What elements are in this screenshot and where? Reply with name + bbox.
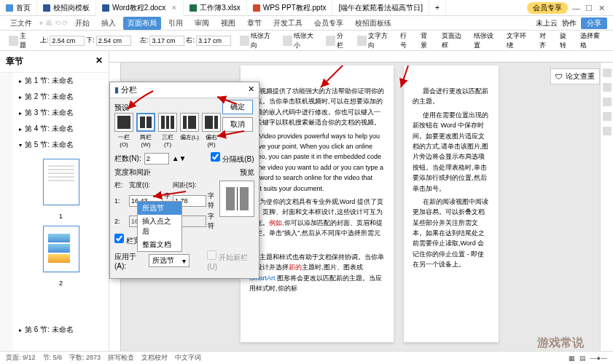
theme-icon [9,36,18,46]
orientation-icon [240,36,249,46]
apply-to-dropdown[interactable]: 所选节▾ [149,254,190,267]
status-bar: 页面: 9/12 节: 5/6 字数: 2873 拼写检查 文档校对 中文字词 … [0,351,613,364]
menu-reference[interactable]: 引用 [164,17,187,30]
tab-other[interactable]: [端午在紫苑看法福高节日] [332,0,429,16]
word-icon [43,4,50,12]
chapter-item[interactable]: 第 4 节: 未命名 [13,121,109,137]
watermark: 游戏常说 [537,336,584,351]
status-section[interactable]: 节: 5/6 [43,353,63,363]
horizontal-ruler[interactable] [109,51,613,63]
columns-preview [219,181,254,217]
zoom-slider[interactable]: —●— [590,355,607,362]
tool-icon[interactable] [603,68,612,77]
share-button[interactable]: 分享 [581,17,607,29]
chapter-item-active[interactable]: 第 5 节: 未命名 [13,137,109,153]
preset-right[interactable] [202,113,221,132]
cloud-status[interactable]: 未上云 [536,18,558,28]
synergy-button[interactable]: 协作 [562,18,577,28]
status-chinese[interactable]: 中文字词 [175,353,201,363]
chevron-down-icon: ▾ [182,257,186,265]
preset-left[interactable] [180,113,199,132]
sidebar-title: 章节 [6,55,23,68]
menu-member[interactable]: 会员专享 [310,17,348,30]
columns-dialog: ▮ 分栏 ✕ 预设 一栏(O)两栏(W)三栏(T)偏左(L)偏右(R) 确定 取… [109,82,259,279]
view-icon[interactable]: ▤ [579,355,586,362]
chapter-item[interactable]: 第 1 节: 未命名 [13,73,109,89]
columns-icon [326,36,335,46]
status-words[interactable]: 字数: 2873 [69,353,101,363]
menu-chapter[interactable]: 章节 [243,17,266,30]
layout-toolbar: 主题 上: 下: 左: 右: 纸张方向 纸张大小 分栏 文字方向 行号 背景 页… [0,31,613,51]
line-between-checkbox[interactable] [211,152,220,162]
tab-add[interactable]: + [429,0,446,16]
minimize-icon[interactable]: — [572,4,581,12]
ribbon-menu: 三文件 ▾ 🖶 ⟲ ⟳ 开始 插入 页面布局 引用 审阅 视图 章节 开发工具 … [0,16,613,31]
tool-icon[interactable] [603,83,612,92]
close-window-icon[interactable]: ✕ [598,4,607,12]
status-proof[interactable]: 文档校对 [141,353,168,363]
chapter-item[interactable]: 第 6 节: 未命名 [13,322,109,338]
dialog-close-icon[interactable]: ✕ [248,84,254,95]
margin-top-input[interactable] [50,36,85,46]
chapter-item[interactable]: 第 2 节: 未命名 [13,89,109,105]
tab-current-doc[interactable]: Word教程2.docx✕ [96,0,184,16]
tool-icon[interactable] [603,98,612,106]
menu-file[interactable]: 三文件 [6,17,36,30]
margin-bottom-input[interactable] [96,36,131,46]
menu-start[interactable]: 开始 [71,17,94,30]
preset-two[interactable] [136,113,155,132]
tool-icon[interactable] [603,112,612,121]
chapter-sidebar: 章节 ✕ 第 1 节: 未命名 第 2 节: 未命名 第 3 节: 未命名 第 … [0,51,109,355]
sidebar-close-icon[interactable]: ✕ [95,55,103,68]
equal-width-checkbox[interactable] [114,234,124,243]
dropdown-option[interactable]: 插入点之后 [138,215,181,238]
excel-icon [190,4,197,12]
text-dir-icon [357,36,367,46]
menu-page-layout[interactable]: 页面布局 [123,17,161,30]
chapter-item[interactable]: 第 3 节: 未命名 [13,105,109,121]
tool-icon[interactable] [603,127,612,135]
page-2[interactable]: 题会进行更改以匹配新的主题。 使用在需要位置出现的新按钮在 Word 中保存时间… [404,66,499,342]
menu-recruit[interactable]: 校招面板练 [351,17,396,30]
preset-three[interactable] [158,113,177,132]
margin-left-input[interactable] [149,36,184,46]
maximize-icon[interactable]: ☐ [585,4,594,12]
menu-insert[interactable]: 插入 [97,17,120,30]
tab-template[interactable]: 校招岗模板 [37,0,96,16]
menu-view[interactable]: 视图 [216,17,240,30]
tab-home[interactable]: 首页 [0,0,37,16]
columns-count-input[interactable] [144,153,169,165]
page-thumbnail[interactable] [43,226,79,272]
tab-pptx[interactable]: WPS PPT教程.pptx [247,0,333,16]
apply-to-options: 所选节 插入点之后 整篇文档 [137,201,182,252]
ok-button[interactable]: 确定 [222,100,253,114]
right-toolbar [600,63,613,355]
title-tabs: 首页 校招岗模板 Word教程2.docx✕ 工作簿3.xlsx WPS PPT… [0,0,613,16]
cancel-button[interactable]: 取消 [222,117,253,132]
tab-xlsx[interactable]: 工作簿3.xlsx [184,0,247,16]
page-1[interactable]: 视频提供了功能强大的方法帮助你证明你的观点。当你单击联机视频时,可以在想要添加的… [241,66,394,342]
status-spell[interactable]: 拼写检查 [108,353,134,363]
nav-tab-icons [0,73,13,355]
page-thumbnail[interactable] [43,159,79,205]
home-icon [6,4,13,12]
check-icon: 🛡 [555,73,563,81]
view-icon[interactable]: ▦ [569,355,575,362]
dropdown-option[interactable]: 所选节 [138,202,181,215]
menu-review[interactable]: 审阅 [190,17,214,30]
status-page[interactable]: 页面: 9/12 [6,353,36,363]
preset-one[interactable] [114,113,133,132]
ppt-icon [253,4,260,12]
menu-dev[interactable]: 开发工具 [269,17,307,30]
close-icon[interactable]: ✕ [171,4,177,12]
paper-size-icon [283,36,292,46]
margin-right-input[interactable] [196,36,231,46]
doc-check-button[interactable]: 🛡 论文查重 [550,68,600,84]
dropdown-option[interactable]: 整篇文档 [138,238,181,251]
word-icon [102,4,109,12]
membership-badge[interactable]: 会员专享 [527,2,568,14]
